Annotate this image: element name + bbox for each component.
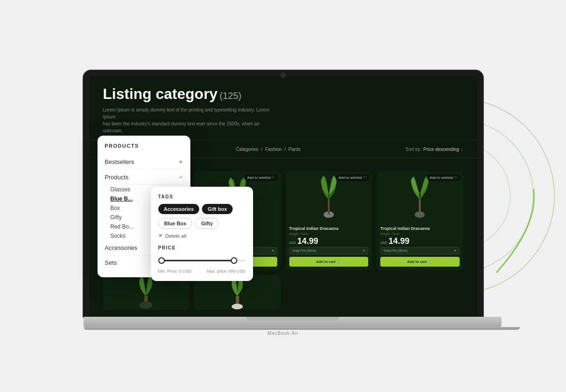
product-image-3: Add to wishlist ♡	[286, 171, 372, 222]
listing-description: Lorem Ipsum is simply dummy text of the …	[103, 106, 280, 134]
laptop: Listing category (125) Lorem Ipsum is si…	[84, 71, 483, 331]
product-info-3: Tropical Indian Dracaena Height: 70cm US…	[286, 222, 372, 270]
add-to-cart-button-4[interactable]: Add to cart 🛒	[380, 257, 460, 267]
tag-bluebox[interactable]: Blue Box	[158, 218, 193, 229]
product-info-4: Tropical Indian Dracaena Height: 70cm US…	[377, 222, 463, 270]
product-height-3: Height: 70cm	[289, 232, 369, 235]
macbook-label: MacBook Air	[84, 331, 483, 336]
price-thumb-max[interactable]	[231, 257, 237, 264]
price-thumb-min[interactable]	[158, 257, 165, 264]
delete-all-button[interactable]: ✕ Delete all	[158, 233, 187, 239]
product-price-4: USD 14.99	[380, 237, 460, 245]
pot-selector-4[interactable]: Gray Pot (20cm) ▾	[380, 247, 460, 255]
filter-popup: TAGS Accessories Gift box Blue Box Gifty…	[151, 187, 253, 281]
price-section-title: PRICE	[158, 245, 246, 250]
product-name-3: Tropical Indian Dracaena	[289, 226, 369, 232]
sidebar-section-title: PRODUCTS	[105, 143, 183, 149]
pot-selector-3[interactable]: Gray Pot (20cm) ▾	[289, 247, 369, 255]
tags-row-2: Blue Box Gifty	[158, 218, 246, 229]
breadcrumb: Categories / Fashion / Pants	[236, 147, 300, 152]
laptop-base-notch	[246, 317, 339, 320]
svg-point-12	[139, 301, 152, 309]
product-height-4: Height: 70cm	[380, 232, 460, 235]
price-max-label: Max. price: 999 USD	[207, 269, 245, 274]
screen-header: Listing category (125) Lorem Ipsum is si…	[89, 76, 477, 140]
wishlist-button-4[interactable]: Add to wishlist ♡	[427, 174, 460, 181]
svg-rect-10	[419, 199, 421, 215]
tags-row-1: Accessories Gift box	[158, 204, 246, 214]
sidebar-item-bestsellers[interactable]: Bestsellers +	[105, 154, 183, 170]
price-slider[interactable]	[158, 256, 246, 265]
product-name-4: Tropical Indian Dracaena	[380, 226, 460, 232]
tag-gifty[interactable]: Gifty	[195, 218, 219, 229]
svg-rect-8	[328, 199, 330, 215]
wishlist-button-3[interactable]: Add to wishlist ♡	[336, 174, 369, 181]
listing-title: Listing category (125)	[103, 85, 463, 103]
product-image-4: Add to wishlist ♡	[377, 171, 463, 222]
laptop-base	[84, 317, 501, 327]
wishlist-button-2[interactable]: Add to wishlist ♡	[244, 174, 278, 181]
tags-section-title: TAGS	[158, 194, 246, 199]
laptop-wrapper: Listing category (125) Lorem Ipsum is si…	[0, 0, 566, 392]
product-price-3: USD 14.99	[289, 237, 369, 245]
listing-title-text: Listing category	[103, 85, 218, 102]
svg-point-14	[232, 304, 243, 309]
sidebar-item-products[interactable]: Products −	[105, 170, 183, 185]
product-card-4: Add to wishlist ♡ Tropical Indian Dracae…	[377, 171, 463, 270]
sidebar-expand-icon-1: −	[179, 173, 182, 181]
add-to-cart-button-3[interactable]: Add to cart 🛒	[289, 257, 369, 267]
listing-count: (125)	[220, 91, 241, 101]
sidebar-expand-icon-0: +	[179, 158, 182, 165]
price-min-label: Min. Price: 0 USD	[158, 269, 192, 274]
price-slider-fill	[158, 260, 233, 261]
product-card-3: Add to wishlist ♡ Tropical Indian Dracae…	[286, 171, 372, 270]
price-labels: Min. Price: 0 USD Max. price: 999 USD	[158, 269, 246, 274]
tag-giftbox[interactable]: Gift box	[202, 204, 233, 214]
sort-control[interactable]: Sort by: Price descending ↓	[405, 147, 463, 152]
laptop-notch	[280, 72, 286, 78]
laptop-foot	[84, 327, 520, 330]
tag-accessories[interactable]: Accessories	[158, 204, 200, 214]
